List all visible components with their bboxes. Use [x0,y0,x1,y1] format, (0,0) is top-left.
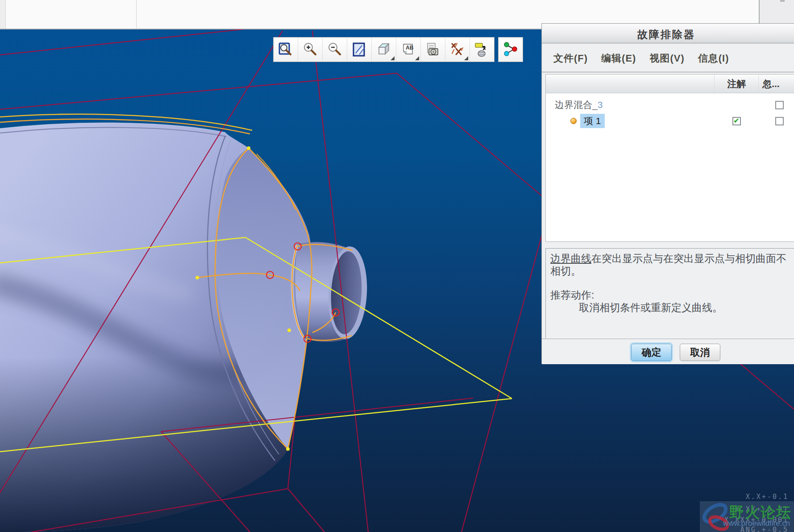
check-mark-icon: ✔ [733,117,739,125]
table-body: 边界混合_3 项 1 ✔ [546,93,794,129]
strip-left-cell [0,0,6,29]
problem-item-icon [570,118,577,124]
diagnosis-message-panel: 边界曲线在突出显示点与在突出显示点与相切曲面不相切。 推荐动作: 取消相切条件或… [545,248,794,338]
annotation-types-button[interactable]: AB [396,37,421,62]
datum-display-icon [449,42,466,58]
svg-text:AB: AB [406,45,414,51]
menu-info[interactable]: 信息(I) [698,52,729,65]
troubleshooter-dialog: 故障排除器 ✕ 文件(F) 编辑(E) 视图(V) 信息(I) 注解 忽... … [541,23,794,364]
ignore-checkbox[interactable] [775,101,784,109]
table-header-row: 注解 忽... [546,75,794,93]
column-header-annotation: 注解 [714,75,758,93]
view-toolbar-main-group: AB [273,37,495,62]
view-manager-icon [503,42,519,58]
annotation-checkbox[interactable]: ✔ [732,117,741,125]
datum-display-button[interactable] [445,37,470,62]
cancel-button[interactable]: 取消 [680,344,720,361]
zoom-refit-button[interactable] [274,37,298,62]
dropdown-corner-icon [464,56,468,60]
model-bell-surface[interactable] [0,123,348,532]
repaint-icon [351,42,367,58]
diagnosis-text: 边界曲线在突出显示点与在突出显示点与相切曲面不相切。 [550,252,794,277]
view-toolbar: AB [273,37,523,62]
strip-divider [136,0,137,29]
watermark-site-url: www.proewildfire.cn [723,519,790,528]
zoom-in-icon [302,42,318,58]
saved-views-icon [425,42,441,58]
annotation-display-icon [474,42,490,58]
annotation-types-icon: AB [400,42,416,58]
repaint-button[interactable] [347,37,372,62]
recommended-action-detail: 取消相切条件或重新定义曲线。 [550,301,794,314]
table-row[interactable]: 边界混合_3 [546,97,794,113]
problem-tree-table: 注解 忽... 边界混合_3 项 1 [545,74,794,242]
tolerance-note: X.X+-0.1 [655,493,789,501]
zoom-refit-icon [278,42,294,58]
dialog-footer: 确定 取消 [542,338,794,364]
feature-label-number: 3 [598,100,603,110]
view-toolbar-manager-group [498,37,523,62]
problem-item-label[interactable]: 项 1 [580,114,605,128]
column-header-tree [546,75,714,93]
menu-edit[interactable]: 编辑(E) [601,52,636,65]
menu-file[interactable]: 文件(F) [553,52,588,65]
display-style-icon [376,42,392,58]
menu-view[interactable]: 视图(V) [649,52,684,65]
zoom-out-button[interactable] [323,37,347,62]
ignore-checkbox[interactable] [775,117,784,125]
strip-corner-handle [780,0,785,2]
dialog-menubar: 文件(F) 编辑(E) 视图(V) 信息(I) [542,45,794,73]
table-row[interactable]: 项 1 ✔ [546,113,794,129]
zoom-out-icon [327,42,343,58]
recommended-action-title: 推荐动作: [550,289,794,301]
view-manager-button[interactable] [499,37,523,62]
ok-button[interactable]: 确定 [631,344,672,361]
column-header-ignore: 忽... [758,75,794,93]
dropdown-corner-icon [415,56,419,60]
saved-views-button[interactable] [421,37,445,62]
dropdown-corner-icon [391,56,395,60]
screen: X.X+-0.1 X.XX+-0.01 X.XXX+-0.001 ANG.+-0… [0,0,794,532]
boundary-curve-link[interactable]: 边界曲线 [550,253,591,264]
model-hub-cylinder[interactable] [292,242,369,342]
display-style-button[interactable] [372,37,396,62]
dialog-titlebar[interactable]: 故障排除器 ✕ [542,24,794,44]
dialog-title: 故障排除器 [542,28,791,42]
zoom-in-button[interactable] [298,37,323,62]
feature-label: 边界混合_ [555,99,598,111]
annotation-display-button[interactable] [470,37,494,62]
